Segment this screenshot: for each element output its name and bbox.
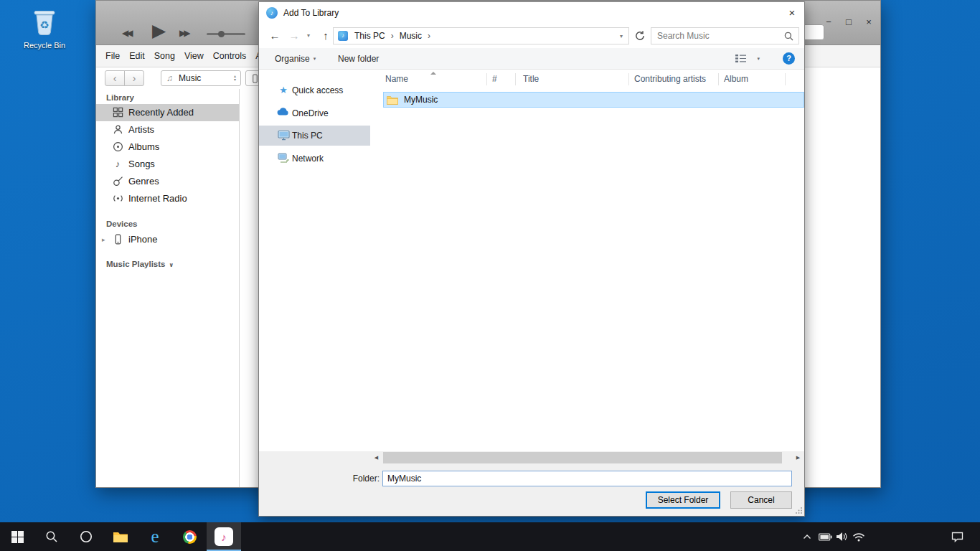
itunes-window-controls: − □ × bbox=[819, 17, 879, 27]
recycle-bin[interactable]: ♻ Recycle Bin bbox=[19, 6, 70, 50]
resize-grip[interactable] bbox=[795, 507, 803, 514]
address-dropdown-icon[interactable]: ▾ bbox=[620, 33, 628, 39]
dialog-nav-pane: ★ Quick access OneDrive This PC Network bbox=[259, 70, 370, 451]
battery-icon bbox=[819, 533, 832, 541]
updown-carets-icon: ▴▾ bbox=[234, 75, 236, 82]
cortana-button[interactable] bbox=[69, 522, 103, 551]
address-bar[interactable]: ♪ This PC › Music › ▾ bbox=[333, 27, 629, 44]
play-button[interactable]: ▶ bbox=[152, 20, 166, 41]
sidebar-item-label: Internet Radio bbox=[128, 190, 187, 207]
nav-this-pc[interactable]: This PC bbox=[259, 126, 370, 146]
file-name: MyMusic bbox=[404, 95, 438, 105]
dialog-titlebar[interactable]: ♪ Add To Library × bbox=[259, 2, 804, 24]
scrollbar-thumb[interactable] bbox=[383, 452, 782, 463]
breadcrumb-chevron[interactable]: › bbox=[387, 31, 398, 41]
column-header-album[interactable]: Album bbox=[724, 70, 748, 89]
up-button[interactable]: ↑ bbox=[318, 24, 334, 48]
chrome-button[interactable] bbox=[172, 522, 207, 551]
add-to-library-dialog: ♪ Add To Library × ← → ▾ ↑ ♪ This PC › M… bbox=[258, 1, 805, 517]
menu-edit[interactable]: Edit bbox=[129, 51, 145, 61]
column-separator bbox=[515, 73, 516, 85]
maximize-button[interactable]: □ bbox=[839, 17, 859, 27]
dialog-footer: Folder: Select Folder Cancel bbox=[259, 464, 804, 516]
rewind-button[interactable]: ◀◀ bbox=[122, 28, 131, 38]
cortana-icon bbox=[80, 530, 93, 543]
column-header-name[interactable]: Name bbox=[385, 70, 408, 89]
itunes-forward-button[interactable]: › bbox=[124, 70, 144, 86]
sidebar-item-songs[interactable]: ♪ Songs bbox=[96, 156, 239, 173]
location-icon: ♪ bbox=[338, 31, 348, 41]
genres-icon bbox=[112, 176, 123, 187]
column-header-title[interactable]: Title bbox=[523, 70, 539, 89]
recent-locations-dropdown[interactable]: ▾ bbox=[303, 24, 314, 48]
column-header-number[interactable]: # bbox=[492, 70, 497, 89]
folder-name-input[interactable] bbox=[382, 471, 792, 486]
help-button[interactable]: ? bbox=[783, 52, 795, 65]
sidebar-item-iphone[interactable]: ▸ iPhone bbox=[96, 231, 239, 248]
internet-explorer-button[interactable]: e bbox=[138, 522, 172, 551]
back-button[interactable]: ← bbox=[266, 24, 283, 48]
breadcrumb-this-pc[interactable]: This PC bbox=[353, 31, 387, 41]
expand-chevron-icon[interactable]: ▸ bbox=[102, 231, 105, 248]
scroll-left-button[interactable]: ◀ bbox=[370, 451, 382, 464]
itunes-icon: ♪ bbox=[215, 527, 233, 546]
music-playlists-header[interactable]: Music Playlists∨ bbox=[106, 258, 174, 270]
itunes-taskbar-button[interactable]: ♪ bbox=[207, 522, 241, 551]
itunes-back-button[interactable]: ‹ bbox=[105, 70, 125, 86]
volume-knob[interactable] bbox=[218, 31, 225, 37]
new-folder-button[interactable]: New folder bbox=[338, 48, 379, 70]
nav-quick-access[interactable]: ★ Quick access bbox=[259, 80, 370, 100]
library-dropdown[interactable]: ♫ Music ▴▾ bbox=[161, 70, 241, 86]
fast-forward-button[interactable]: ▶▶ bbox=[179, 28, 188, 38]
speaker-icon bbox=[836, 532, 848, 542]
nav-network[interactable]: Network bbox=[259, 149, 370, 169]
collapse-icon: ∨ bbox=[169, 262, 174, 268]
minimize-button[interactable]: − bbox=[819, 17, 839, 27]
menu-controls[interactable]: Controls bbox=[213, 51, 247, 61]
sort-ascending-icon bbox=[430, 72, 436, 75]
nav-onedrive[interactable]: OneDrive bbox=[259, 103, 370, 123]
search-input[interactable] bbox=[651, 31, 784, 41]
action-center-button[interactable] bbox=[948, 522, 966, 551]
wifi-icon bbox=[852, 532, 865, 542]
svg-text:♻: ♻ bbox=[39, 19, 49, 31]
tray-show-hidden-icons-button[interactable] bbox=[800, 522, 814, 551]
search-icon bbox=[45, 530, 58, 543]
sidebar-item-recently-added[interactable]: Recently Added bbox=[96, 104, 239, 121]
file-row-mymusic[interactable]: MyMusic bbox=[383, 92, 804, 108]
view-dropdown-icon[interactable]: ▾ bbox=[757, 48, 760, 70]
taskbar: e ♪ bbox=[0, 522, 980, 551]
dropdown-icon: ▾ bbox=[314, 56, 316, 61]
cancel-button[interactable]: Cancel bbox=[730, 491, 792, 509]
tray-battery-button[interactable] bbox=[816, 522, 834, 551]
start-button[interactable] bbox=[0, 522, 34, 551]
sidebar-item-genres[interactable]: Genres bbox=[96, 173, 239, 190]
horizontal-scrollbar[interactable]: ◀ ▶ bbox=[370, 451, 804, 464]
volume-slider[interactable] bbox=[207, 33, 245, 35]
select-folder-button[interactable]: Select Folder bbox=[646, 491, 720, 509]
sidebar-item-internet-radio[interactable]: Internet Radio bbox=[96, 190, 239, 207]
menu-song[interactable]: Song bbox=[154, 51, 175, 61]
dialog-close-button[interactable]: × bbox=[780, 2, 804, 24]
dialog-search-box[interactable] bbox=[651, 27, 799, 44]
organise-menu-button[interactable]: Organise▾ bbox=[275, 48, 316, 70]
sidebar-item-albums[interactable]: Albums bbox=[96, 138, 239, 156]
recycle-bin-label: Recycle Bin bbox=[19, 41, 70, 50]
refresh-button[interactable] bbox=[634, 30, 647, 42]
sidebar-item-artists[interactable]: Artists bbox=[96, 121, 239, 138]
taskbar-search-button[interactable] bbox=[34, 522, 69, 551]
view-mode-button[interactable] bbox=[735, 54, 747, 65]
menu-view[interactable]: View bbox=[184, 51, 204, 61]
tray-volume-button[interactable] bbox=[834, 522, 849, 551]
forward-button[interactable]: → bbox=[286, 24, 302, 48]
column-header-contributing-artists[interactable]: Contributing artists bbox=[634, 70, 706, 89]
dialog-title: Add To Library bbox=[283, 2, 339, 24]
column-separator bbox=[718, 73, 719, 85]
breadcrumb-chevron[interactable]: › bbox=[423, 31, 435, 41]
close-button[interactable]: × bbox=[859, 17, 879, 27]
menu-file[interactable]: File bbox=[105, 51, 120, 61]
file-explorer-button[interactable] bbox=[103, 522, 138, 551]
tray-network-button[interactable] bbox=[851, 522, 867, 551]
scroll-right-button[interactable]: ▶ bbox=[792, 451, 804, 464]
breadcrumb-music[interactable]: Music bbox=[398, 31, 423, 41]
